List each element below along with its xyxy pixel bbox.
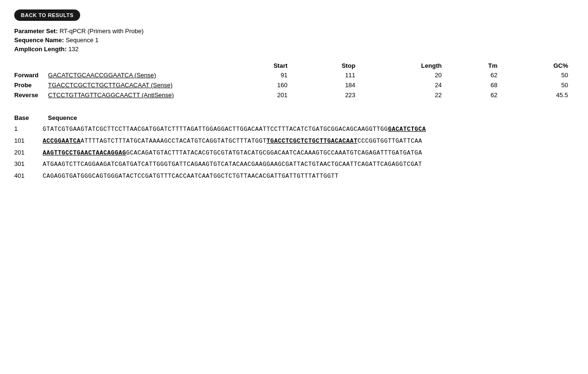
sequence-base-number: 1 [14, 125, 43, 132]
col-sequence [44, 61, 224, 70]
primer-length: 24 [361, 80, 447, 90]
primer-sequence[interactable]: GACATCTGCAACCGGAATCA (Sense) [44, 70, 224, 80]
col-gc: GC% [503, 61, 574, 70]
primer-type: Reverse [14, 90, 44, 100]
sequence-section: Base Sequence 1GTATCGTGAAGTATCGCTTCCTTAA… [14, 114, 574, 181]
back-button[interactable]: BACK TO RESULTS [14, 9, 80, 21]
sequence-text: ATGAAGTCTTCAGGAAGATCGATGATCATTGGGTGATTCA… [43, 160, 422, 169]
primer-table: Start Stop Length Tm GC% Forward GACATCT… [14, 61, 574, 100]
fwd-highlight: GACATCTGCA [388, 126, 426, 133]
primer-length: 20 [361, 70, 447, 80]
sequence-base-number: 401 [14, 172, 43, 179]
col-tm: Tm [447, 61, 503, 70]
primer-start: 201 [224, 90, 293, 100]
primer-sequence[interactable]: CTCCTGTTAGTTCAGGCAACTT (AntiSense) [44, 90, 224, 100]
sequence-row: 101ACCGGAATCAATTTTAGTCTTTATGCATAAAAGCCTA… [14, 137, 574, 146]
primer-gc: 50 [503, 80, 574, 90]
primer-type: Forward [14, 70, 44, 80]
amplicon-length-line: Amplicon Length: 132 [14, 46, 574, 53]
col-stop: Stop [293, 61, 361, 70]
primer-length: 22 [361, 90, 447, 100]
parameter-set-line: Parameter Set: RT-qPCR (Primers with Pro… [14, 27, 574, 35]
primer-tm: 68 [447, 80, 503, 90]
probe-highlight: TGACCTCGCTCTGCTTGACACAAT [266, 138, 358, 145]
primer-sequence[interactable]: TGACCTCGCTCTGCTTGACACAAT (Sense) [44, 80, 224, 90]
primer-stop: 223 [293, 90, 361, 100]
table-row: Reverse CTCCTGTTAGTTCAGGCAACTT (AntiSens… [14, 90, 574, 100]
rev-highlight: AAGTTGCCTGAACTAACAGGAG [43, 150, 126, 156]
sequence-base-number: 301 [14, 160, 43, 167]
sequence-text: ACCGGAATCAATTTTAGTCTTTATGCATAAAAGCCTACAT… [43, 137, 422, 146]
table-row: Forward GACATCTGCAACCGGAATCA (Sense) 91 … [14, 70, 574, 80]
col-type [14, 61, 44, 70]
col-length: Length [361, 61, 447, 70]
primer-stop: 111 [293, 70, 361, 80]
base-header: Base [14, 114, 29, 121]
table-header-row: Start Stop Length Tm GC% [14, 61, 574, 70]
col-start: Start [224, 61, 293, 70]
sequence-base-number: 201 [14, 149, 43, 156]
sequence-name-line: Sequence Name: Sequence 1 [14, 36, 574, 44]
primer-type: Probe [14, 80, 44, 90]
primer-tm: 62 [447, 90, 503, 100]
primer-start: 160 [224, 80, 293, 90]
primer-tm: 62 [447, 70, 503, 80]
sequence-text: AAGTTGCCTGAACTAACAGGAGGCACAGATGTACTTTATA… [43, 149, 422, 158]
sequence-row: 301ATGAAGTCTTCAGGAAGATCGATGATCATTGGGTGAT… [14, 160, 574, 169]
primer-start: 91 [224, 70, 293, 80]
primer-gc: 50 [503, 70, 574, 80]
table-row: Probe TGACCTCGCTCTGCTTGACACAAT (Sense) 1… [14, 80, 574, 90]
sequence-row: 1GTATCGTGAAGTATCGCTTCCTTAACGATGGATCTTTTA… [14, 125, 574, 134]
sequence-header-label: Sequence [48, 114, 77, 121]
fwd-highlight: ACCGGAATCA [43, 138, 81, 145]
primer-gc: 45.5 [503, 90, 574, 100]
sequence-text: CAGAGGTGATGGGCAGTGGGATACTCCGATGTTTCACCAA… [43, 172, 339, 181]
primer-stop: 184 [293, 80, 361, 90]
sequence-base-number: 101 [14, 137, 43, 144]
sequence-row: 401CAGAGGTGATGGGCAGTGGGATACTCCGATGTTTCAC… [14, 172, 574, 181]
sequence-row: 201AAGTTGCCTGAACTAACAGGAGGCACAGATGTACTTT… [14, 149, 574, 158]
sequence-header: Base Sequence [14, 114, 574, 121]
sequence-text: GTATCGTGAAGTATCGCTTCCTTAACGATGGATCTTTTAG… [43, 125, 426, 134]
